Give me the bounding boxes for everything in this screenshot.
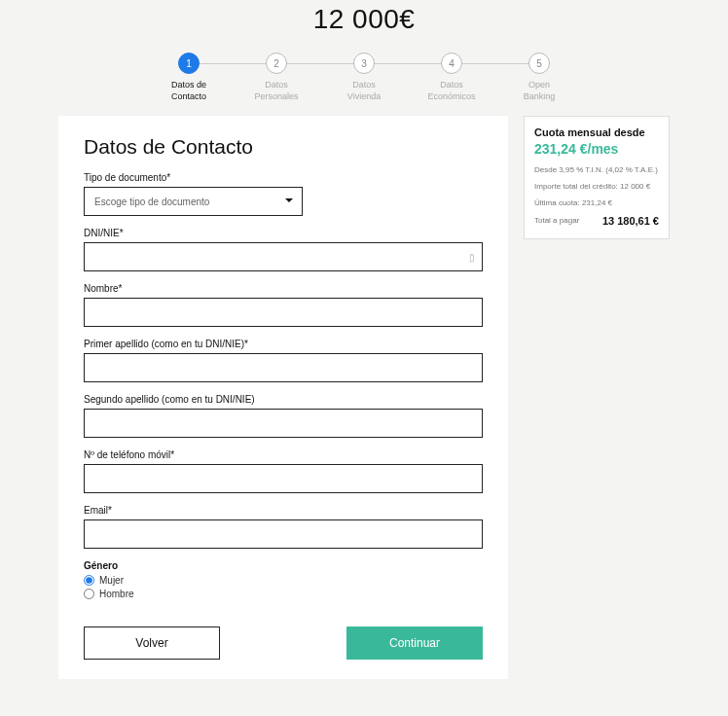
telefono-input[interactable] (84, 464, 483, 493)
step-label: Datos Vivienda (347, 80, 381, 102)
step-circle: 2 (266, 53, 287, 74)
segundo-apellido-label: Segundo apellido (como en tu DNI/NIE) (84, 394, 483, 405)
step-connector (452, 63, 539, 64)
step-label: Datos de Contacto (171, 80, 206, 102)
dni-label: DNI/NIE* (84, 228, 483, 238)
doc-type-select[interactable]: Escoge tipo de documento (84, 187, 303, 216)
step-personales: 2 Datos Personales (233, 53, 320, 102)
summary-importe: Importe total del crédito: 12 000 € (534, 181, 659, 193)
form-card: Datos de Contacto Tipo de documento* Esc… (58, 116, 508, 679)
summary-price: 231,24 €/mes (534, 141, 659, 157)
form-title: Datos de Contacto (84, 135, 483, 159)
nombre-input[interactable] (84, 298, 483, 327)
segundo-apellido-input[interactable] (84, 409, 483, 438)
summary-title: Cuota mensual desde (534, 126, 659, 139)
step-openbanking: 5 Open Banking (495, 53, 583, 102)
email-input[interactable] (84, 519, 483, 549)
telefono-label: Nº de teléfono móvil* (84, 449, 483, 460)
step-connector (364, 63, 452, 64)
genero-mujer-text: Mujer (99, 575, 124, 586)
primer-apellido-label: Primer apellido (como en tu DNI/NIE)* (84, 339, 483, 349)
summary-ultima: Última cuota: 231,24 € (534, 197, 659, 209)
genero-hombre-option[interactable]: Hombre (84, 589, 483, 599)
step-circle: 5 (528, 53, 550, 74)
summary-tin-tae: Desde 3,95 % T.I.N. (4,02 % T.A.E.) (534, 164, 659, 176)
summary-card: Cuota mensual desde 231,24 €/mes Desde 3… (524, 116, 670, 238)
genero-label: Género (84, 560, 483, 571)
doc-type-label: Tipo de documento* (84, 172, 483, 183)
genero-mujer-radio[interactable] (84, 575, 94, 586)
email-label: Email* (84, 505, 483, 516)
nombre-label: Nombre* (84, 283, 483, 294)
step-circle: 3 (353, 53, 375, 74)
step-contacto: 1 Datos de Contacto (145, 53, 233, 102)
genero-hombre-radio[interactable] (84, 589, 94, 599)
step-vivienda: 3 Datos Vivienda (320, 53, 408, 102)
continuar-button[interactable]: Continuar (346, 626, 483, 660)
step-label: Datos Personales (254, 80, 298, 102)
volver-button[interactable]: Volver (84, 626, 220, 660)
genero-mujer-option[interactable]: Mujer (84, 575, 483, 586)
step-economicos: 4 Datos Económicos (408, 53, 495, 102)
step-label: Open Banking (524, 80, 556, 102)
dni-input[interactable] (84, 242, 483, 271)
stepper: 1 Datos de Contacto 2 Datos Personales 3… (0, 53, 728, 102)
primer-apellido-input[interactable] (84, 353, 483, 382)
step-circle: 4 (441, 53, 462, 74)
genero-hombre-text: Hombre (99, 589, 134, 599)
id-card-icon: ▯ (469, 252, 475, 263)
step-label: Datos Económicos (427, 80, 475, 102)
step-connector (189, 63, 276, 64)
step-circle: 1 (178, 53, 200, 74)
loan-amount: 12 000€ (0, 0, 728, 35)
step-connector (276, 63, 364, 64)
summary-total-value: 13 180,61 € (602, 215, 659, 227)
summary-total-label: Total a pagar (534, 216, 579, 225)
